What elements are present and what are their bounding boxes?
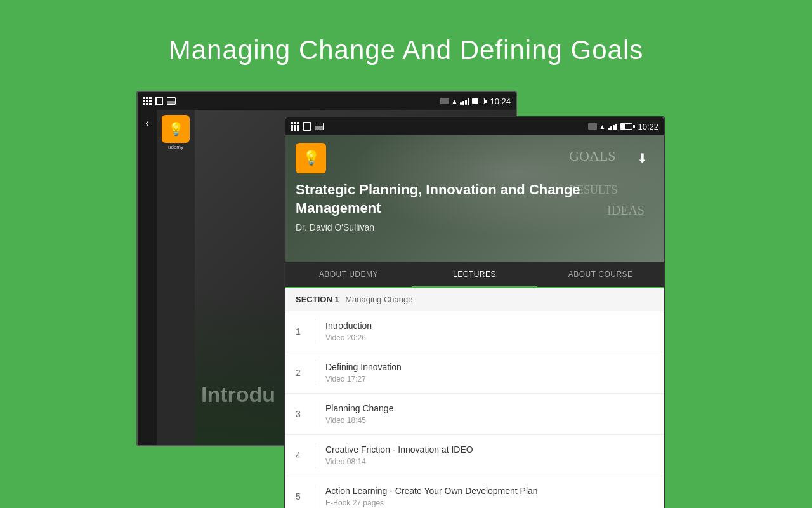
tab-about-udemy[interactable]: ABOUT UDEMY bbox=[285, 262, 412, 287]
divider-3 bbox=[315, 401, 315, 427]
lecture-item-4[interactable]: 4 Creative Friction - Innovation at IDEO… bbox=[285, 435, 664, 476]
lecture-item-5[interactable]: 5 Action Learning - Create Your Own Deve… bbox=[285, 476, 664, 508]
battery-front bbox=[620, 123, 635, 130]
status-icons-left-front bbox=[291, 122, 324, 131]
lecture-num-1: 1 bbox=[296, 326, 315, 337]
lecture-item-1[interactable]: 1 Introduction Video 20:26 bbox=[285, 311, 664, 352]
time-back: 10:24 bbox=[490, 97, 511, 106]
lecture-num-2: 2 bbox=[296, 368, 315, 378]
lecture-meta-3: Video 18:45 bbox=[325, 416, 653, 425]
lecture-title-4: Creative Friction - Innovation at IDEO bbox=[325, 444, 653, 455]
time-front: 10:22 bbox=[638, 122, 658, 131]
lecture-num-5: 5 bbox=[296, 491, 315, 502]
status-icons-right: ▲ 10:24 bbox=[440, 97, 511, 106]
tab-navigation: ABOUT UDEMY LECTURES ABOUT COURSE bbox=[285, 262, 664, 288]
lecture-item-2[interactable]: 2 Defining Innovation Video 17:27 bbox=[285, 352, 664, 394]
image-icon-front bbox=[315, 123, 324, 130]
divider-5 bbox=[315, 484, 315, 508]
lecture-title-3: Planning Change bbox=[325, 403, 653, 413]
nav-arrow-back[interactable]: ‹ bbox=[138, 110, 157, 445]
image-icon bbox=[167, 97, 176, 105]
mute-icon-front bbox=[588, 123, 597, 130]
lecture-meta-2: Video 17:27 bbox=[325, 375, 653, 384]
divider-4 bbox=[315, 443, 315, 468]
divider-1 bbox=[315, 319, 315, 344]
lecture-meta-5: E-Book 27 pages bbox=[325, 498, 653, 507]
page-title: Managing Change And Defining Goals bbox=[0, 0, 812, 91]
status-icons-left bbox=[143, 97, 176, 105]
signal-bars-front bbox=[608, 123, 617, 130]
lecture-num-4: 4 bbox=[296, 450, 315, 460]
phone-icon-front bbox=[303, 122, 311, 131]
bulb-icon-front: 💡 bbox=[303, 150, 320, 166]
battery-back bbox=[472, 98, 487, 104]
section-1-name: Managing Change bbox=[345, 295, 412, 304]
lecture-meta-4: Video 08:14 bbox=[325, 457, 653, 466]
lecture-meta-1: Video 20:26 bbox=[325, 333, 653, 342]
lecture-info-5: Action Learning - Create Your Own Develo… bbox=[325, 486, 653, 507]
section-1-header: SECTION 1 Managing Change bbox=[285, 288, 664, 311]
signal-bars bbox=[460, 97, 469, 105]
lecture-info-2: Defining Innovation Video 17:27 bbox=[325, 362, 653, 384]
download-button[interactable]: ⬇ bbox=[631, 147, 653, 170]
course-header-content: 💡 ⬇ Strategic Planning, Innovation and C… bbox=[285, 135, 664, 240]
status-bar-back: ▲ 10:24 bbox=[138, 92, 516, 110]
tab-lectures[interactable]: LECTURES bbox=[412, 262, 538, 288]
lecture-list: 1 Introduction Video 20:26 2 Defining In… bbox=[285, 311, 664, 508]
lecture-info-4: Creative Friction - Innovation at IDEO V… bbox=[325, 444, 653, 466]
course-author: Dr. David O'Sullivan bbox=[296, 222, 653, 232]
lecture-title-5: Action Learning - Create Your Own Develo… bbox=[325, 486, 653, 496]
course-logo-row: 💡 ⬇ bbox=[296, 143, 653, 173]
grid-icon-front bbox=[291, 122, 299, 131]
phone-icon bbox=[155, 97, 163, 105]
front-phone-screenshot: ▲ 10:22 GOALS bbox=[284, 116, 665, 508]
lecture-title-1: Introduction bbox=[325, 321, 653, 331]
udemy-label-back: udemy bbox=[162, 144, 190, 150]
lecture-title-2: Defining Innovation bbox=[325, 362, 653, 372]
lecture-num-3: 3 bbox=[296, 409, 315, 419]
tab-about-course[interactable]: ABOUT COURSE bbox=[537, 262, 664, 287]
section-1-label: SECTION 1 bbox=[296, 295, 339, 304]
mute-icon bbox=[440, 98, 449, 104]
lecture-item-3[interactable]: 3 Planning Change Video 18:45 bbox=[285, 394, 664, 435]
divider-2 bbox=[315, 360, 315, 385]
udemy-logo-front[interactable]: 💡 bbox=[296, 143, 326, 173]
course-header: GOALS RESULTS IDEAS 💡 ⬇ Strategic Planni… bbox=[285, 135, 664, 262]
screenshots-container: ▲ 10:24 ‹ bbox=[0, 91, 812, 485]
wifi-icon-front: ▲ bbox=[599, 123, 606, 130]
course-title: Strategic Planning, Innovation and Chang… bbox=[296, 181, 653, 217]
udemy-logo-back: udemy bbox=[157, 110, 195, 445]
lecture-info-3: Planning Change Video 18:45 bbox=[325, 403, 653, 425]
lecture-info-1: Introduction Video 20:26 bbox=[325, 321, 653, 342]
status-bar-front: ▲ 10:22 bbox=[285, 117, 664, 135]
wifi-icon: ▲ bbox=[452, 98, 458, 105]
grid-icon bbox=[143, 97, 152, 105]
status-icons-right-front: ▲ 10:22 bbox=[588, 122, 658, 131]
